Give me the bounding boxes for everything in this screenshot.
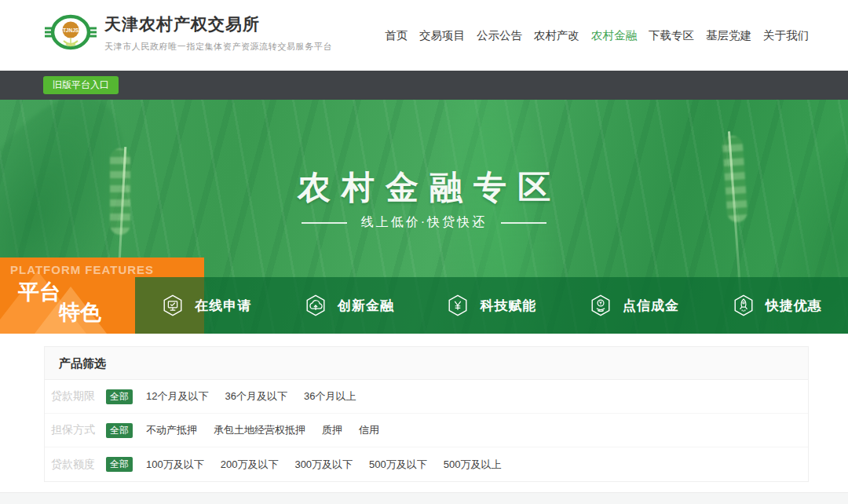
filter-row-label: 担保方式 [51, 423, 95, 437]
subtitle-left-rule [302, 222, 347, 224]
hero-subtitle-text: 线上低价·快贷快还 [361, 214, 487, 231]
feature-tab-tech-empower[interactable]: 科技赋能 [420, 277, 563, 334]
features-eyebrow: PLATFORM FEATURES [10, 263, 154, 276]
filter-all-button[interactable]: 全部 [106, 457, 133, 472]
brand-text: 天津农村产权交易所 天津市人民政府唯一指定集体资产资源流转交易服务平台 [104, 13, 332, 53]
logo-text: TJNJS [63, 27, 79, 33]
feature-tab-quick-discount[interactable]: 快捷优惠 [705, 277, 848, 334]
features-title-line1: 平台 [18, 278, 60, 306]
site-header: TJNJS 天津农村产权交易所 天津市人民政府唯一指定集体资产资源流转交易服务平… [0, 0, 848, 71]
nav-item-about-us[interactable]: 关于我们 [763, 28, 809, 43]
filter-row-loan-term: 贷款期限 全部 12个月及以下 36个月及以下 36个月以上 [45, 380, 808, 414]
nav-item-party-building[interactable]: 基层党建 [706, 28, 751, 43]
filter-row-label: 贷款期限 [51, 389, 95, 404]
page: TJNJS 天津农村产权交易所 天津市人民政府唯一指定集体资产资源流转交易服务平… [0, 0, 848, 504]
nav-item-announcements[interactable]: 公示公告 [477, 28, 522, 43]
coin-hand-icon [589, 294, 612, 317]
hero-title: 农村金融专区 [0, 166, 848, 210]
filter-option[interactable]: 100万及以下 [146, 458, 204, 472]
filter-row-loan-amount: 贷款额度 全部 100万及以下 200万及以下 300万及以下 500万及以下 … [45, 447, 808, 481]
feature-tab-label: 快捷优惠 [766, 297, 822, 315]
filter-option[interactable]: 36个月以上 [304, 389, 356, 404]
feature-tab-innovative-finance[interactable]: 创新金融 [278, 277, 421, 334]
feature-tab-label: 科技赋能 [480, 297, 536, 315]
monitor-check-icon [161, 294, 185, 317]
features-title-line2: 特色 [59, 298, 101, 327]
filter-all-button[interactable]: 全部 [106, 423, 133, 438]
brand: TJNJS 天津农村产权交易所 天津市人民政府唯一指定集体资产资源流转交易服务平… [45, 10, 332, 56]
filter-row-guarantee-method: 担保方式 全部 不动产抵押 承包土地经营权抵押 质押 信用 [45, 414, 808, 447]
hero-subtitle: 线上低价·快贷快还 [0, 214, 848, 231]
footer-strip [0, 492, 848, 504]
filter-option[interactable]: 质押 [322, 423, 342, 437]
nav-item-trade-projects[interactable]: 交易项目 [419, 28, 465, 43]
secondary-bar: 旧版平台入口 [0, 71, 848, 100]
subtitle-right-rule [501, 222, 546, 224]
nav-item-downloads[interactable]: 下载专区 [649, 28, 694, 43]
filter-options: 12个月及以下 36个月及以下 36个月以上 [146, 389, 356, 404]
filter-options: 不动产抵押 承包土地经营权抵押 质押 信用 [146, 423, 379, 437]
filter-option[interactable]: 200万及以下 [221, 458, 279, 472]
filter-option[interactable]: 500万及以上 [444, 458, 502, 472]
filter-option[interactable]: 36个月及以下 [225, 389, 287, 404]
filter-options: 100万及以下 200万及以下 300万及以下 500万及以下 500万及以上 [146, 458, 502, 472]
feature-tab-online-apply[interactable]: 在线申请 [135, 277, 278, 334]
hero-banner: 农村金融专区 线上低价·快贷快还 PLATFORM FEATURES 平台 特色 [0, 100, 848, 334]
rocket-icon [732, 294, 755, 317]
feature-tab-label: 创新金融 [338, 297, 394, 315]
feature-tab-credit-to-gold[interactable]: 点信成金 [563, 277, 706, 334]
filter-card-title: 产品筛选 [45, 347, 808, 380]
filter-option[interactable]: 信用 [359, 423, 379, 437]
filter-option[interactable]: 500万及以下 [369, 458, 427, 472]
feature-tab-label: 点信成金 [623, 297, 679, 315]
old-platform-entry-button[interactable]: 旧版平台入口 [43, 76, 119, 94]
filter-option[interactable]: 不动产抵押 [146, 423, 197, 437]
product-filter-card: 产品筛选 贷款期限 全部 12个月及以下 36个月及以下 36个月以上 担保方式… [44, 346, 809, 482]
site-title: 天津农村产权交易所 [104, 13, 332, 35]
site-subtitle: 天津市人民政府唯一指定集体资产资源流转交易服务平台 [104, 41, 332, 53]
feature-tab-label: 在线申请 [195, 297, 251, 315]
nav-item-rural-finance[interactable]: 农村金融 [591, 28, 637, 43]
filter-option[interactable]: 300万及以下 [294, 458, 353, 472]
filter-all-button[interactable]: 全部 [106, 389, 133, 404]
filter-row-label: 贷款额度 [51, 458, 95, 472]
filter-option[interactable]: 12个月及以下 [146, 389, 208, 404]
cloud-upload-icon [304, 294, 327, 317]
filter-option[interactable]: 承包土地经营权抵押 [214, 423, 305, 437]
feature-tabbar: 在线申请 创新金融 科 [135, 277, 848, 334]
nav-item-rural-reform[interactable]: 农村产改 [534, 28, 579, 43]
site-logo: TJNJS [45, 10, 97, 56]
main-nav: 首页 交易项目 公示公告 农村产改 农村金融 下载专区 基层党建 关于我们 [385, 0, 809, 71]
yen-icon [446, 294, 470, 317]
nav-item-home[interactable]: 首页 [385, 28, 408, 43]
